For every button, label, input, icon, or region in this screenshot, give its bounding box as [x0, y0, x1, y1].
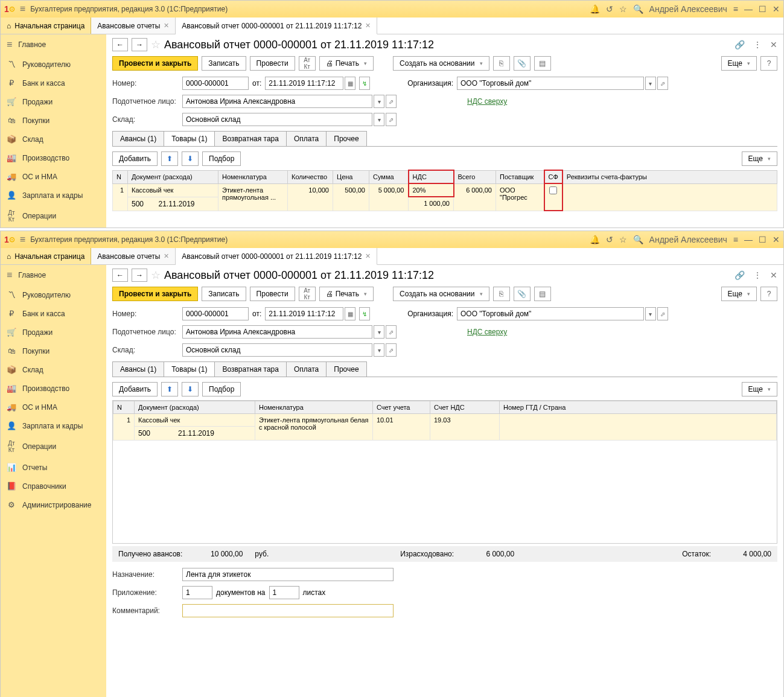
history-icon[interactable]: ↺	[606, 4, 613, 14]
nav-back-button[interactable]: ←	[112, 269, 128, 282]
att-sheets-input[interactable]	[269, 586, 299, 599]
more-button[interactable]: Еще	[742, 151, 777, 166]
tab-document[interactable]: Авансовый отчет 0000-000001 от 21.11.201…	[176, 18, 377, 34]
tab-reports[interactable]: Авансовые отчеты✕	[91, 248, 176, 264]
link-icon[interactable]: 🔗	[735, 40, 745, 49]
attach-button[interactable]: 📎	[514, 56, 531, 71]
copy-button[interactable]: ⎘	[493, 287, 510, 301]
add-button[interactable]: Добавить	[112, 151, 158, 166]
sidebar-item-admin[interactable]: ⚙Администрирование	[1, 495, 106, 514]
open-icon[interactable]: ⬀	[386, 325, 397, 339]
sidebar-item-production[interactable]: 🏭Производство	[1, 148, 106, 167]
menu-icon[interactable]: ≡	[20, 4, 25, 14]
help-button[interactable]: ?	[760, 56, 777, 71]
sidebar-item-reports[interactable]: 📊Отчеты	[1, 458, 106, 477]
dropdown-icon[interactable]: ▾	[645, 307, 656, 320]
calendar-icon[interactable]: ▦	[345, 307, 355, 320]
record-button[interactable]: Записать	[202, 56, 246, 71]
dropdown-icon[interactable]: ▾	[374, 325, 384, 339]
vat-link[interactable]: НДС сверху	[467, 97, 507, 106]
post-close-button[interactable]: Провести и закрыть	[112, 56, 198, 71]
date-input[interactable]	[265, 77, 343, 90]
dropdown-icon[interactable]: ▾	[374, 113, 384, 126]
warehouse-input[interactable]	[182, 113, 372, 126]
more-button[interactable]: Еще	[742, 382, 777, 396]
create-based-button[interactable]: Создать на основании	[393, 287, 489, 301]
move-down-button[interactable]: ⬇	[182, 151, 199, 166]
person-input[interactable]	[182, 325, 372, 339]
sidebar-item-manager[interactable]: 〽Руководителю	[1, 55, 106, 74]
select-button[interactable]: Подбор	[202, 151, 241, 166]
maximize-icon[interactable]: ☐	[759, 4, 766, 14]
cell-sf[interactable]	[544, 183, 563, 211]
posted-icon[interactable]: ↯	[359, 77, 370, 90]
sidebar-item-manager[interactable]: 〽Руководителю	[1, 285, 106, 304]
open-icon[interactable]: ⬀	[657, 77, 668, 90]
sidebar-item-purchases[interactable]: 🛍Покупки	[1, 342, 106, 360]
minimize-icon[interactable]: —	[744, 4, 753, 14]
favorite-icon[interactable]: ☆	[151, 269, 161, 282]
more-button[interactable]: Еще	[721, 56, 757, 71]
number-input[interactable]	[182, 307, 249, 320]
tab-reports[interactable]: Авансовые отчеты✕	[91, 18, 176, 34]
create-based-button[interactable]: Создать на основании	[393, 56, 489, 71]
sidebar-item-warehouse[interactable]: 📦Склад	[1, 360, 106, 379]
post-button[interactable]: Провести	[250, 287, 295, 301]
search-icon[interactable]: 🔍	[633, 235, 643, 244]
org-input[interactable]	[457, 307, 644, 320]
help-button[interactable]: ?	[760, 287, 777, 301]
maximize-icon[interactable]: ☐	[759, 235, 766, 244]
tab-other[interactable]: Прочее	[326, 131, 366, 146]
tab-payment[interactable]: Оплата	[286, 131, 327, 146]
copy-button[interactable]: ⎘	[493, 56, 510, 71]
tab-home[interactable]: ⌂Начальная страница	[1, 248, 91, 264]
move-up-button[interactable]: ⬆	[161, 382, 178, 396]
more-button[interactable]: Еще	[721, 287, 757, 301]
minimize-icon[interactable]: —	[744, 235, 753, 244]
bell-icon[interactable]: 🔔	[590, 4, 600, 14]
goods-table-1[interactable]: N Документ (расхода) Номенклатура Количе…	[112, 170, 777, 211]
posted-icon[interactable]: ↯	[359, 307, 370, 320]
post-button[interactable]: Провести	[250, 56, 295, 71]
sidebar-item-warehouse[interactable]: 📦Склад	[1, 130, 106, 148]
search-icon[interactable]: 🔍	[633, 4, 643, 14]
post-close-button[interactable]: Провести и закрыть	[112, 287, 198, 301]
tab-goods[interactable]: Товары (1)	[164, 131, 215, 146]
dropdown-icon[interactable]: ▾	[374, 343, 384, 357]
nav-forward-button[interactable]: →	[132, 269, 147, 282]
print-button[interactable]: 🖨 Печать	[319, 56, 374, 71]
warehouse-input[interactable]	[182, 343, 372, 357]
tab-home[interactable]: ⌂Начальная страница	[1, 18, 91, 34]
bell-icon[interactable]: 🔔	[590, 235, 600, 244]
calendar-icon[interactable]: ▦	[345, 77, 355, 90]
nav-forward-button[interactable]: →	[132, 38, 147, 51]
favorite-icon[interactable]: ☆	[151, 38, 161, 51]
att-docs-input[interactable]	[182, 586, 212, 599]
nav-back-button[interactable]: ←	[112, 38, 128, 51]
sidebar-item-main[interactable]: ≡Главное	[1, 34, 106, 55]
tab-close-icon[interactable]: ✕	[164, 22, 169, 30]
sidebar-item-sales[interactable]: 🛒Продажи	[1, 323, 106, 342]
move-up-button[interactable]: ⬆	[161, 151, 178, 166]
move-down-button[interactable]: ⬇	[182, 382, 199, 396]
attach-button[interactable]: 📎	[514, 287, 531, 301]
dt-kt-button[interactable]: АтКт	[299, 56, 316, 71]
settings-icon[interactable]: ≡	[733, 4, 738, 14]
star-icon[interactable]: ☆	[619, 235, 627, 244]
close-icon[interactable]: ✕	[773, 235, 780, 244]
table-row[interactable]: 1 Кассовый чек Этикет-лента прямоугольна…	[113, 183, 777, 197]
kebab-icon[interactable]: ⋮	[753, 270, 762, 280]
table-row[interactable]: 1 Кассовый чек Этикет-лента прямоугольна…	[113, 414, 777, 427]
sidebar-item-assets[interactable]: 🚚ОС и НМА	[1, 167, 106, 186]
sidebar-item-purchases[interactable]: 🛍Покупки	[1, 111, 106, 130]
sf-checkbox[interactable]	[549, 186, 557, 194]
tab-document[interactable]: Авансовый отчет 0000-000001 от 21.11.201…	[176, 248, 377, 265]
tab-other[interactable]: Прочее	[326, 361, 366, 377]
sidebar-item-main[interactable]: ≡Главное	[1, 265, 106, 285]
date-input[interactable]	[265, 307, 343, 320]
tab-goods[interactable]: Товары (1)	[164, 361, 215, 377]
sidebar-item-operations[interactable]: ДтКтОперации	[1, 435, 106, 458]
dropdown-icon[interactable]: ▾	[645, 77, 656, 90]
sidebar-item-salary[interactable]: 👤Зарплата и кадры	[1, 416, 106, 435]
link-icon[interactable]: 🔗	[735, 270, 745, 280]
